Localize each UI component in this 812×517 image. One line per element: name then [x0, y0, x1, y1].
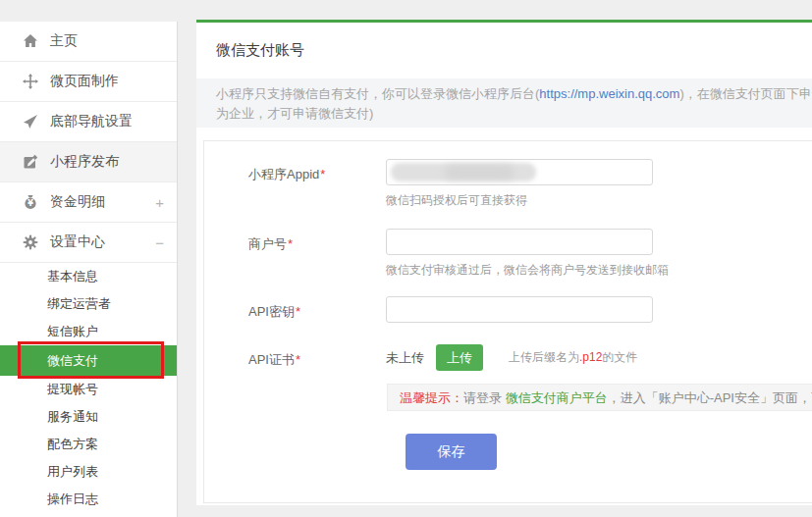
- required-mark: *: [288, 236, 293, 251]
- sidebar-item-funds[interactable]: ¥ 资金明细 +: [0, 182, 177, 223]
- merchant-id-hint: 微信支付审核通过后，微信会将商户号发送到接收邮箱: [386, 263, 669, 278]
- edit-icon: [23, 154, 38, 170]
- warm-tip: 温馨提示：请登录 微信支付商户平台，进入「账户中心-API安全」页面，下载: [387, 384, 812, 411]
- cert-status: 未上传: [386, 349, 424, 367]
- banner-text: 小程序只支持微信自有支付，你可以登录微信小程序后台(: [216, 86, 539, 101]
- merchant-id-input[interactable]: [386, 229, 653, 255]
- submenu-item-sms-account[interactable]: 短信账户: [0, 318, 177, 345]
- info-banner-line2: 为企业，才可申请微信支付): [216, 104, 812, 124]
- sidebar-item-home[interactable]: 主页: [0, 22, 177, 62]
- send-icon: [23, 114, 38, 129]
- gear-icon: [23, 234, 38, 250]
- form-row-merchant-id: 商户号* 微信支付审核通过后，微信会将商户号发送到接收邮箱: [204, 229, 812, 278]
- warm-tip-label: 温馨提示：: [400, 390, 463, 405]
- required-mark: *: [296, 304, 300, 319]
- sidebar-item-bottom-nav[interactable]: 底部导航设置: [0, 102, 177, 142]
- sidebar-item-label: 设置中心: [50, 233, 105, 251]
- submenu-item-user-list[interactable]: 用户列表: [0, 458, 177, 486]
- content-card: 微信支付账号 小程序只支持微信自有支付，你可以登录微信小程序后台(https:/…: [196, 20, 812, 505]
- submenu-item-color-scheme[interactable]: 配色方案: [0, 431, 177, 458]
- submenu-item-basic-info[interactable]: 基本信息: [0, 263, 177, 290]
- page-title: 微信支付账号: [196, 23, 812, 78]
- sidebar-item-micropage[interactable]: 微页面制作: [0, 62, 177, 102]
- sidebar-item-label: 资金明细: [50, 193, 105, 211]
- page: 主页 微页面制作 底部导航设置 小程序发布: [0, 0, 812, 517]
- sidebar-item-settings[interactable]: 设置中心 −: [0, 223, 177, 263]
- merchant-id-label: 商户号*: [248, 229, 386, 278]
- moneybag-icon: ¥: [23, 194, 38, 210]
- sidebar-item-label: 微页面制作: [50, 73, 119, 90]
- api-key-label: API密钥*: [248, 296, 386, 323]
- merchant-platform-link[interactable]: 微信支付商户平台: [506, 390, 608, 405]
- svg-text:¥: ¥: [27, 199, 33, 208]
- home-icon: [23, 33, 38, 49]
- appid-hint: 微信扫码授权后可直接获得: [386, 193, 653, 208]
- sidebar-item-label: 底部导航设置: [50, 113, 133, 130]
- save-button[interactable]: 保存: [406, 434, 497, 470]
- banner-text: )，在微信支付页面下申请: [679, 86, 812, 101]
- sidebar-item-label: 小程序发布: [50, 153, 119, 171]
- form-row-api-cert: API证书* 未上传 上传 上传后缀名为.p12的文件: [204, 344, 812, 371]
- settings-submenu: 基本信息 绑定运营者 短信账户 微信支付 提现帐号 服务通知 配色方案 用户列表…: [0, 263, 177, 513]
- info-banner-line1: 小程序只支持微信自有支付，你可以登录微信小程序后台(https://mp.wei…: [216, 84, 812, 104]
- api-cert-label: API证书*: [248, 344, 386, 371]
- sidebar: 主页 微页面制作 底部导航设置 小程序发布: [0, 22, 178, 517]
- notice-row: 温馨提示：请登录 微信支付商户平台，进入「账户中心-API安全」页面，下载: [387, 384, 812, 411]
- info-banner: 小程序只支持微信自有支付，你可以登录微信小程序后台(https://mp.wei…: [196, 78, 812, 128]
- sidebar-item-label: 主页: [50, 32, 78, 50]
- move-icon: [23, 74, 38, 89]
- api-key-input[interactable]: [386, 296, 653, 323]
- save-row: 保存: [406, 434, 812, 470]
- submenu-item-service-notify[interactable]: 服务通知: [0, 403, 177, 431]
- submenu-item-bind-operator[interactable]: 绑定运营者: [0, 290, 177, 318]
- plus-icon[interactable]: +: [155, 194, 164, 211]
- appid-label: 小程序Appid*: [248, 159, 386, 208]
- payment-form: 小程序Appid* 微信扫码授权后可直接获得 商户号* 微信支付审核通过后，微信…: [203, 140, 812, 503]
- submenu-item-wechat-pay[interactable]: 微信支付: [0, 345, 177, 376]
- submenu-item-operation-log[interactable]: 操作日志: [0, 486, 177, 513]
- form-row-appid: 小程序Appid* 微信扫码授权后可直接获得: [204, 159, 812, 208]
- upload-button[interactable]: 上传: [436, 344, 483, 371]
- mp-weixin-link[interactable]: https://mp.weixin.qq.com: [539, 86, 679, 101]
- required-mark: *: [320, 167, 325, 181]
- sidebar-item-miniprogram-publish[interactable]: 小程序发布: [0, 142, 177, 182]
- submenu-item-withdraw-account[interactable]: 提现帐号: [0, 376, 177, 403]
- censored-appid-blur: [445, 165, 514, 180]
- p12-extension: .p12: [579, 350, 602, 364]
- form-row-api-key: API密钥*: [204, 296, 812, 323]
- cert-hint: 上传后缀名为.p12的文件: [509, 349, 637, 366]
- required-mark: *: [296, 352, 300, 367]
- minus-icon[interactable]: −: [155, 234, 164, 251]
